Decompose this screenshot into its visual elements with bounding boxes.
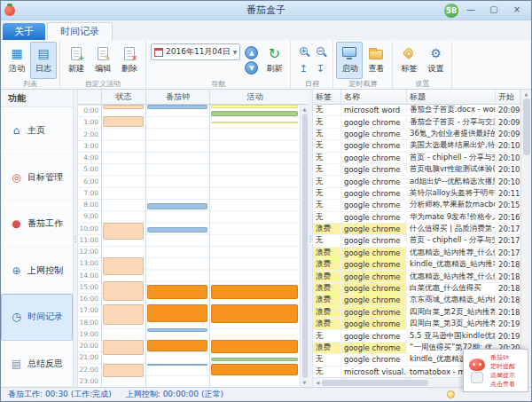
timeline-col-header-status[interactable]: 状态: [101, 90, 145, 104]
table-row[interactable]: 无google chrome首页 - chiphell - 分享与交流[...2…: [313, 153, 520, 164]
close-button[interactable]: ×: [506, 3, 528, 18]
scroll-top-button[interactable]: ↥: [295, 60, 311, 77]
table-hscrollbar-thumb[interactable]: [322, 380, 428, 386]
maximize-button[interactable]: ▢: [483, 3, 505, 18]
sidebar-item-home[interactable]: ⌂主页: [1, 107, 73, 154]
table-row[interactable]: 浪费google chrome四周白菜_第2页_站内推荐_...20:18: [313, 307, 520, 319]
timeline-block[interactable]: [211, 304, 298, 323]
timeline-block[interactable]: [103, 304, 144, 325]
zoom-out-button[interactable]: −: [312, 43, 328, 59]
timeline-block[interactable]: [211, 364, 298, 375]
timeline-block[interactable]: [147, 364, 207, 367]
sidebar-items: ⌂主页◎目标管理●番茄工作⊕上网控制◷时间记录▤总结反思: [1, 107, 73, 387]
tab-time-record[interactable]: 时间记录: [47, 22, 113, 40]
sidebar-item-review[interactable]: ▤总结反思: [1, 341, 73, 388]
table-row[interactable]: 浪费google chrome四周白菜_第3页_站内推荐_...20:19: [313, 319, 520, 330]
column-header-start[interactable]: 开始: [496, 90, 520, 104]
table-row[interactable]: 无google chrome华为mate 9发布!价格令人失...20:16: [313, 212, 520, 224]
timeline-block[interactable]: [103, 116, 144, 127]
notification-popup[interactable]: 番茄钟定时提醒温馨提示点击查看: [463, 349, 528, 392]
table-row[interactable]: 浪费google chrome白菜优惠_什么值得买20:18: [313, 283, 520, 295]
cell-name: google chrome: [341, 343, 407, 353]
delete-button[interactable]: × 删除: [116, 42, 143, 79]
table-row[interactable]: 无microsoft word番茄盒子首页.docx - word20:09: [313, 105, 520, 116]
refresh-button[interactable]: ↻ 刷新: [261, 42, 287, 79]
scrollbar-up-icon[interactable]: ▲: [303, 106, 307, 113]
timeline-block[interactable]: [147, 105, 207, 109]
table-vscrollbar[interactable]: ▲ ▼: [520, 90, 531, 387]
timeline-block[interactable]: [103, 281, 144, 302]
date-picker[interactable]: 2016年11月04日 ▼: [151, 43, 240, 60]
settings-button[interactable]: ⚙ 设置: [422, 42, 449, 79]
timeline-block[interactable]: [147, 304, 207, 322]
new-button[interactable]: + 新建: [63, 42, 90, 79]
sidebar-item-target[interactable]: ◎目标管理: [1, 154, 73, 201]
prev-day-button[interactable]: ▲: [245, 46, 258, 59]
titlebar[interactable]: 番茄盒子 58 — ▢ ×: [1, 1, 531, 20]
timeline-col-header-pomodoro[interactable]: 番茄钟: [145, 90, 209, 104]
score-badge[interactable]: 58: [444, 4, 458, 18]
table-row[interactable]: 浪费google chrome优惠精选_站内推荐_什么值得...20:17: [313, 248, 520, 259]
table-row[interactable]: 无google chrome5.5 亚马逊中国kindle优惠...20:19: [313, 330, 520, 342]
timeline-block[interactable]: [103, 223, 144, 240]
sidebar-item-network[interactable]: ⊕上网控制: [1, 248, 73, 295]
timeline-block[interactable]: [103, 257, 144, 275]
table-row[interactable]: 无google chrome英特尔alloy头盔将于明年下...20:11: [313, 188, 520, 200]
tag-button[interactable]: 标签: [395, 42, 422, 79]
sidebar-item-label: 上网控制: [27, 264, 63, 277]
timeline-col-2[interactable]: [209, 105, 300, 387]
timeline-block[interactable]: [103, 340, 144, 355]
zoom-in-button[interactable]: +: [295, 43, 311, 59]
column-header-title[interactable]: 标题: [407, 90, 496, 104]
timeline-col-0[interactable]: [101, 105, 145, 387]
timeline-block[interactable]: [103, 105, 144, 109]
timeline-block[interactable]: [211, 358, 298, 361]
timeline-col-1[interactable]: [145, 105, 209, 387]
timeline-scrollbar[interactable]: ▲ ▼: [300, 105, 309, 387]
hint-bulb-icon[interactable]: [447, 390, 455, 398]
sidebar-item-clock[interactable]: ◷时间记录: [1, 294, 73, 341]
scrollbar-left-icon[interactable]: ◀: [314, 380, 322, 385]
sidebar-item-tomato[interactable]: ●番茄工作: [1, 201, 73, 248]
cell-time: 20:18: [496, 259, 520, 270]
timeline-block[interactable]: [211, 285, 298, 299]
next-day-button[interactable]: ▼: [245, 61, 258, 75]
table-row[interactable]: 无google chrome首页 - chiphell - 分享与交流...20…: [313, 235, 520, 247]
timeline-block[interactable]: [103, 364, 144, 378]
scrollbar-up-icon[interactable]: ▲: [525, 91, 528, 98]
start-capture-button[interactable]: 启动: [336, 42, 363, 79]
timeline-block[interactable]: [147, 328, 207, 332]
timeline-block[interactable]: [211, 105, 298, 108]
timeline-block[interactable]: [147, 227, 207, 233]
timeline-block[interactable]: [147, 285, 207, 299]
edit-button[interactable]: ✎ 编辑: [90, 42, 116, 79]
timeline-scrollbar-thumb[interactable]: [302, 114, 308, 378]
table-row[interactable]: 浪费google chrome优惠精选_站内推荐_什么值得...20:18: [313, 271, 520, 282]
scroll-bottom-button[interactable]: ↧: [312, 60, 328, 77]
table-vscrollbar-thumb[interactable]: [523, 99, 530, 155]
timeline-block[interactable]: [211, 111, 298, 117]
log-view-button[interactable]: ▤ 日志: [30, 42, 57, 79]
view-capture-button[interactable]: 查看: [363, 42, 389, 79]
table-row[interactable]: 无google chrome36氪_为创业者提供最好的产...20:09: [313, 129, 520, 140]
column-header-tag[interactable]: 标签: [313, 90, 341, 104]
table-row[interactable]: 浪费google chrome京东商城_优惠精选_站内优惠...20:18: [313, 295, 520, 306]
table-row[interactable]: 无google chrome番茄盒子首页 - 分享与交流搜...20:09: [313, 116, 520, 128]
minimize-button[interactable]: —: [460, 3, 481, 18]
table-row[interactable]: 浪费google chrome什么值得买 | 品质消费第一站...20:17: [313, 224, 520, 235]
timeline-block[interactable]: [211, 340, 298, 353]
table-row[interactable]: 无google chrome美国大选最终结果出炉,特朗...20:10: [313, 140, 520, 152]
activity-view-button[interactable]: ▦ 活动: [4, 42, 30, 79]
table-row[interactable]: 无google chromead姐出炉--优酷精选次播放...20:10: [313, 176, 520, 187]
home-icon: ⌂: [10, 124, 23, 137]
about-tab-button[interactable]: 关于: [3, 23, 45, 40]
timeline-col-header-activity[interactable]: 活动: [209, 90, 300, 104]
timeline-block[interactable]: [147, 203, 207, 209]
column-header-name[interactable]: 名称: [341, 90, 407, 104]
table-row[interactable]: 无google chrome分析师称,苹果新款macbook ...20:15: [313, 200, 520, 211]
timeline-block[interactable]: [211, 122, 298, 124]
table-row[interactable]: 无google chrome首页电脑vr性能测试体验(...20:10: [313, 164, 520, 176]
scrollbar-down-icon[interactable]: ▼: [303, 379, 307, 386]
table-row[interactable]: 浪费google chromekindle_优惠精选_站内推荐_什...20:1…: [313, 259, 520, 271]
timeline-block[interactable]: [147, 340, 207, 351]
